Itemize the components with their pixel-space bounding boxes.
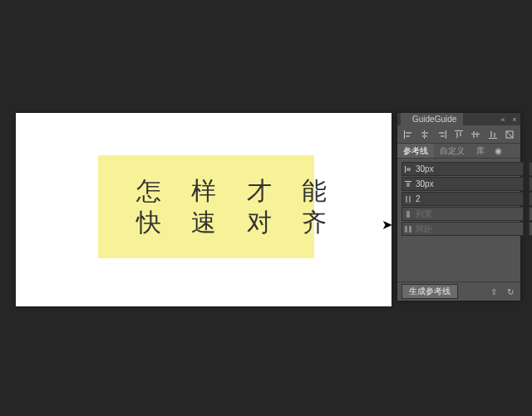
margin-right-field[interactable] [529,162,532,176]
svg-rect-35 [409,226,411,232]
svg-rect-2 [406,135,410,137]
svg-rect-15 [489,138,497,139]
guideguide-panel: GuideGuide « × 参考线 自定义 库 ◉ [397,113,520,301]
svg-rect-11 [460,132,461,136]
svg-rect-7 [439,132,445,134]
gutter-h-input[interactable] [414,223,523,234]
tab-custom[interactable]: 自定义 [434,144,470,158]
svg-rect-25 [406,183,410,187]
panel-collapse-icon[interactable]: « [497,115,509,124]
gutter-v-field[interactable] [529,222,532,236]
margin-top-input[interactable] [414,179,523,189]
gutter-h-icon [402,225,414,233]
align-bottom-button[interactable] [485,128,500,141]
rows-field[interactable] [529,192,532,206]
svg-rect-0 [404,130,405,139]
column-width-icon [402,210,414,218]
svg-rect-8 [441,135,445,137]
svg-rect-28 [406,196,407,203]
svg-rect-24 [405,181,411,182]
margin-left-field[interactable] [401,162,524,176]
svg-rect-20 [405,166,406,173]
margin-top-icon [402,180,414,188]
svg-rect-6 [446,130,446,139]
svg-line-19 [506,131,513,138]
svg-rect-3 [424,130,425,139]
gutter-h-field[interactable] [401,222,524,236]
headline-text[interactable]: 怎 样 才 能 快 速 对 齐 [136,175,338,238]
svg-rect-9 [455,130,463,131]
tab-guides[interactable]: 参考线 [397,144,434,158]
align-right-button[interactable] [435,128,450,141]
svg-rect-12 [471,134,480,135]
svg-rect-21 [406,168,411,171]
svg-rect-16 [490,131,492,137]
panel-title: GuideGuide [401,113,463,125]
svg-rect-29 [409,196,411,203]
margin-left-input[interactable] [414,164,523,174]
visibility-toggle-icon[interactable]: ◉ [490,146,505,155]
column-width-field[interactable] [401,207,524,221]
panel-tabs: 参考线 自定义 库 ◉ [397,144,520,159]
svg-rect-1 [406,132,411,134]
margin-top-field[interactable] [401,177,524,191]
clear-guides-button[interactable] [502,128,517,141]
margin-bottom-field[interactable] [529,177,532,191]
panel-footer: 生成参考线 ⇪ ↻ [397,281,520,301]
svg-rect-32 [406,211,410,218]
svg-rect-4 [421,132,428,134]
align-left-button[interactable] [401,128,416,141]
columns-icon [402,195,414,203]
export-icon[interactable]: ⇪ [488,286,500,297]
align-toolbar [397,125,520,144]
svg-rect-13 [473,131,475,138]
svg-rect-17 [494,133,495,137]
row-height-field[interactable] [529,207,532,221]
columns-input[interactable] [414,193,523,204]
svg-rect-14 [476,132,478,137]
refresh-icon[interactable]: ↻ [505,286,516,297]
grid-fields [397,159,520,238]
columns-field[interactable] [401,192,524,206]
margin-left-icon [402,165,414,174]
panel-titlebar: GuideGuide « × [397,113,520,125]
column-width-input[interactable] [414,208,523,219]
align-vcenter-button[interactable] [468,128,483,141]
panel-close-icon[interactable]: × [509,115,520,124]
align-top-button[interactable] [451,128,466,141]
svg-rect-5 [422,135,427,137]
svg-rect-34 [405,226,407,232]
svg-rect-10 [456,132,458,138]
align-hcenter-button[interactable] [417,128,432,141]
tab-library[interactable]: 库 [470,144,490,158]
document-canvas[interactable]: 怎 样 才 能 快 速 对 齐 [16,113,392,306]
generate-guides-button[interactable]: 生成参考线 [401,284,458,299]
